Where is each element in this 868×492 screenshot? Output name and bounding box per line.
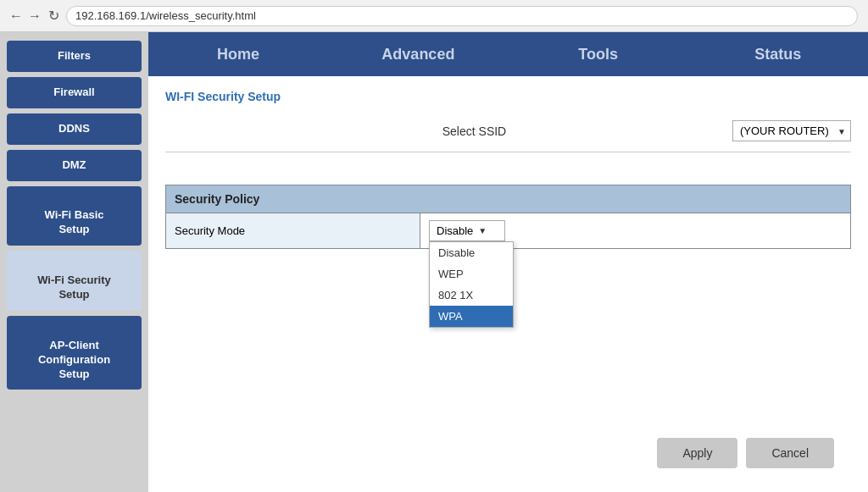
security-table: Security Policy Security Mode Disable [165,185,851,249]
nav-tools[interactable]: Tools [509,32,688,76]
main-layout: Filters Firewall DDNS DMZ Wi-Fi Basic Se… [0,32,868,492]
ssid-label: Select SSID [165,124,732,138]
sidebar-item-ap-client[interactable]: AP-Client Configuration Setup [7,316,142,390]
apply-button[interactable]: Apply [657,438,737,468]
security-policy-section: Security Policy Security Mode Disable [165,176,851,249]
sidebar-item-dmz[interactable]: DMZ [7,150,142,181]
nav-advanced[interactable]: Advanced [328,32,508,76]
url-text: 192.168.169.1/wireless_security.html [75,9,256,22]
dropdown-option-wep[interactable]: WEP [430,263,513,285]
dropdown-trigger[interactable]: Disable ▼ [429,220,505,241]
address-bar[interactable]: 192.168.169.1/wireless_security.html [66,6,858,26]
bottom-buttons: Apply Cancel [165,428,851,478]
dropdown-option-wpa[interactable]: WPA [430,306,513,327]
ssid-select[interactable]: (YOUR ROUTER) Guest Network [732,120,851,141]
security-policy-header: Security Policy [166,185,851,213]
sidebar-item-wifi-basic[interactable]: Wi-Fi Basic Setup [7,186,142,246]
dropdown-option-8021x[interactable]: 802 1X [430,285,513,306]
browser-chrome: ← → ↻ 192.168.169.1/wireless_security.ht… [0,0,868,32]
ssid-select-wrapper: (YOUR ROUTER) Guest Network [732,120,851,141]
dropdown-menu: Disable WEP 802 1X WPA [429,241,514,328]
back-button[interactable]: ← [10,10,22,22]
sidebar-item-wifi-security[interactable]: Wi-Fi Security Setup [7,251,142,311]
sidebar-item-ddns[interactable]: DDNS [7,113,142,145]
cancel-button[interactable]: Cancel [746,438,834,468]
nav-bar: Home Advanced Tools Status [148,32,868,76]
security-mode-label: Security Mode [166,213,420,249]
security-mode-cell: Disable ▼ Disable WEP 802 1X WPA [420,213,851,249]
nav-status[interactable]: Status [688,32,868,76]
page-content: WI-FI Security Setup Select SSID (YOUR R… [148,76,868,492]
sidebar-item-firewall[interactable]: Firewall [7,77,142,108]
forward-button[interactable]: → [29,10,41,22]
reload-button[interactable]: ↻ [47,10,59,22]
content-area: Home Advanced Tools Status WI-FI Securit… [148,32,868,492]
dropdown-value: Disable [437,224,473,237]
sidebar-item-filters[interactable]: Filters [7,41,142,72]
dropdown-option-disable[interactable]: Disable [430,242,513,263]
nav-home[interactable]: Home [148,32,328,76]
dropdown-arrow-icon: ▼ [478,226,498,235]
page-title: WI-FI Security Setup [165,90,851,103]
security-mode-dropdown[interactable]: Disable ▼ Disable WEP 802 1X WPA [429,220,505,241]
sidebar: Filters Firewall DDNS DMZ Wi-Fi Basic Se… [0,32,148,492]
ssid-row: Select SSID (YOUR ROUTER) Guest Network [165,117,851,152]
